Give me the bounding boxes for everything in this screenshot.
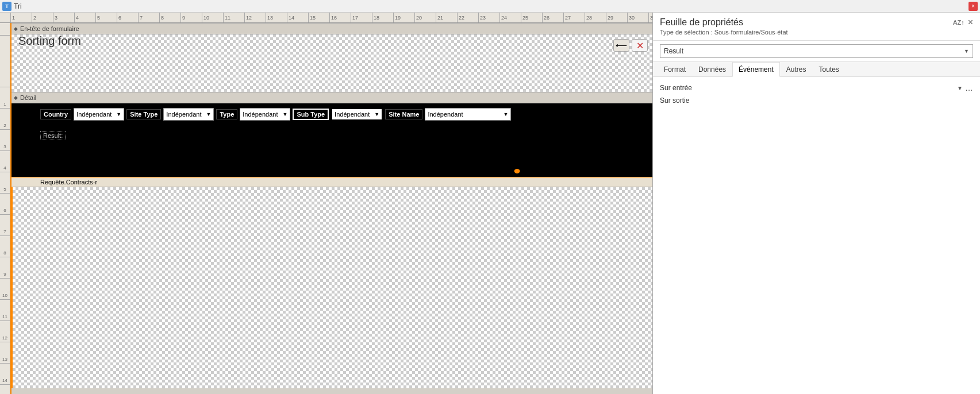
ruler-mark-v7: 7 [0,215,10,236]
properties-title: Feuille de propriétés [660,17,788,28]
app-container: T Tri × 1 2 3 4 5 6 7 8 9 10 1 [0,0,980,394]
remaining-area [11,187,652,388]
ruler-mark-v8: 8 [0,236,10,257]
ruler-mark-v10: 10 [0,279,10,300]
ruler-mark-v3: 3 [0,130,10,151]
subform-label-row: Requête.Contracts-r [11,177,652,187]
properties-header-actions: AZ↑ × [953,17,973,28]
ruler-marks: 1 2 3 4 5 6 7 8 9 10 11 12 13 14 15 16 1 [10,13,652,23]
title-bar-left: T Tri [2,2,22,11]
ruler-mark-v6: 6 [0,194,10,215]
horizontal-ruler: 1 2 3 4 5 6 7 8 9 10 11 12 13 14 15 16 1 [0,13,652,23]
site-name-label: Site Name [385,109,422,119]
ruler-mark: 25 [521,13,542,23]
ruler-mark-v4: 4 [0,151,10,172]
chart-area: Result: [11,125,652,177]
ruler-mark: 23 [478,13,499,23]
ruler-mark: 29 [606,13,627,23]
ruler-mark-v1: 1 [0,87,10,109]
checker-area [13,187,652,388]
ruler-mark: 5 [95,13,117,23]
site-type-select[interactable]: Indépendant ▼ [163,108,214,121]
country-select-arrow: ▼ [114,111,124,117]
detail-section-label: ◆ Détail [11,92,652,103]
form-main-area: ◆ En-tête de formulaire Sorting form ⟵ ✕ [11,23,652,394]
sub-type-select[interactable]: Indépendant ▼ [331,108,383,121]
site-name-select-arrow: ▼ [501,111,510,117]
site-type-select-value: Indépendant [164,111,203,118]
detail-content: Country Indépendant ▼ Site Type Indépend… [11,103,652,388]
ruler-mark: 14 [287,13,308,23]
close-properties-button[interactable]: × [968,17,973,28]
ruler-corner [0,23,10,36]
ruler-mark: 11 [223,13,244,23]
ruler-mark: 28 [585,13,606,23]
back-button[interactable]: ⟵ [613,39,629,52]
tab-autres[interactable]: Autres [780,62,813,77]
site-type-select-arrow: ▼ [204,111,214,117]
detail-arrow-icon: ◆ [14,95,18,101]
controls-row: Country Indépendant ▼ Site Type Indépend… [11,103,652,125]
property-value-sur-entree: ▼ … [817,83,974,92]
close-form-button[interactable]: ✕ [632,39,648,52]
ruler-mark: 6 [117,13,138,23]
tab-toutes[interactable]: Toutes [812,62,845,77]
type-select[interactable]: Indépendant ▼ [240,108,290,121]
svg-marker-0 [11,128,652,177]
type-label: Type [216,109,237,119]
selector-bar: Result ▼ [653,41,980,62]
ruler-mark-v11: 11 [0,300,10,321]
country-select[interactable]: Indépendant ▼ [74,108,124,121]
ruler-mark: 26 [542,13,563,23]
ruler-mark-v12: 12 [0,321,10,342]
property-dots-button-sur-entree[interactable]: … [965,83,973,92]
selector-dropdown[interactable]: Result ▼ [660,44,973,58]
selector-value: Result [664,47,683,55]
country-label: Country [40,109,71,119]
ruler-mark-v13: 13 [0,342,10,364]
type-select-arrow: ▼ [280,111,290,117]
title-bar: T Tri × [0,0,980,13]
title-bar-text: Tri [14,2,22,10]
ruler-mark: 18 [372,13,393,23]
form-header-section-label: ◆ En-tête de formulaire [11,23,652,34]
sub-type-label: Sub Type [293,109,329,120]
site-name-select[interactable]: Indépendant ▼ [425,108,511,121]
ruler-mark: 24 [499,13,521,23]
ruler-mark: 20 [414,13,436,23]
tab-donnees[interactable]: Données [692,62,732,77]
close-icon: ✕ [636,40,644,51]
property-row-sur-sortie: Sur sortie [653,94,980,107]
property-row-sur-entree: Sur entrée ▼ … [653,82,980,94]
subform-label: Requête.Contracts-r [40,179,97,186]
ruler-mark: 4 [74,13,95,23]
ruler-mark: 22 [457,13,478,23]
form-content-wrapper: 1 2 3 4 5 6 7 8 9 10 11 12 13 14 [0,23,652,394]
properties-content: Sur entrée ▼ … Sur sortie [653,77,980,394]
ruler-mark: 10 [202,13,223,23]
vertical-ruler: 1 2 3 4 5 6 7 8 9 10 11 12 13 14 [0,23,10,394]
ruler-mark: 13 [266,13,287,23]
chart-shape [11,125,652,177]
title-bar-close-button[interactable]: × [969,2,978,11]
result-label: Result: [40,131,66,140]
svg-point-1 [514,169,520,173]
tab-format[interactable]: Format [658,62,692,77]
properties-header: Feuille de propriétés Type de sélection … [653,13,980,41]
tab-evenement[interactable]: Événement [732,62,780,77]
sub-type-select-arrow: ▼ [372,111,382,117]
properties-panel: Feuille de propriétés Type de sélection … [652,13,980,394]
ruler-mark: 8 [159,13,180,23]
ruler-mark-v5: 5 [0,172,10,194]
content-area: 1 2 3 4 5 6 7 8 9 10 11 12 13 14 15 16 1 [0,13,980,394]
sort-properties-button[interactable]: AZ↑ [953,19,964,26]
back-icon: ⟵ [616,41,627,50]
property-name-sur-entree: Sur entrée [660,84,817,92]
ruler-mark: 12 [244,13,266,23]
property-dropdown-arrow-sur-entree[interactable]: ▼ [957,85,963,91]
properties-title-group: Feuille de propriétés Type de sélection … [660,17,788,36]
site-name-select-value: Indépendant [425,111,501,118]
ruler-mark: 9 [180,13,202,23]
ruler-mark: 19 [393,13,414,23]
form-title: Sorting form [11,30,88,52]
